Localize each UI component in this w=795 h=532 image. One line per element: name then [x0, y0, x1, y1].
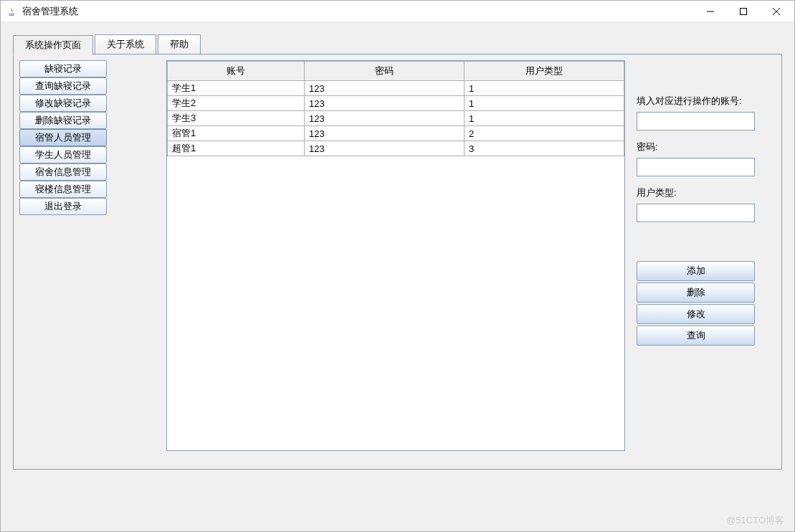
form-panel: 填入对应进行操作的账号: 密码: 用户类型: 添加 删除 修改 查询: [632, 60, 761, 463]
table-cell[interactable]: 1: [465, 111, 624, 126]
table-cell[interactable]: 学生1: [168, 81, 305, 96]
watermark: @51CTO博客: [726, 514, 784, 527]
sidebar-item-dorm-admin[interactable]: 宿管人员管理: [19, 129, 107, 146]
close-button[interactable]: [760, 1, 793, 22]
window-controls: [694, 1, 793, 22]
table-row[interactable]: 学生21231: [168, 96, 624, 111]
titlebar: 宿舍管理系统: [1, 1, 794, 22]
app-window: 宿舍管理系统 系统操作页面 关于系统 帮助 缺寝记录 查询缺寝记录 修改缺寝记录: [0, 0, 795, 532]
tabs-header: 系统操作页面 关于系统 帮助: [13, 34, 782, 54]
add-button[interactable]: 添加: [637, 261, 755, 281]
table-cell[interactable]: 学生2: [168, 96, 305, 111]
sidebar-item-delete-absence[interactable]: 删除缺寝记录: [19, 112, 107, 129]
table-row[interactable]: 学生11231: [168, 81, 624, 96]
sidebar-item-logout[interactable]: 退出登录: [19, 198, 107, 215]
sidebar-item-query-absence[interactable]: 查询缺寝记录: [19, 77, 107, 95]
maximize-button[interactable]: [727, 1, 760, 22]
col-password[interactable]: 密码: [305, 62, 465, 81]
table-cell[interactable]: 1: [465, 81, 624, 96]
password-label: 密码:: [637, 141, 761, 153]
form-actions: 添加 删除 修改 查询: [637, 261, 761, 346]
table-cell[interactable]: 123: [305, 111, 465, 126]
col-usertype[interactable]: 用户类型: [465, 62, 624, 81]
table-cell[interactable]: 123: [305, 141, 465, 156]
table-cell[interactable]: 2: [465, 126, 624, 141]
table-cell[interactable]: 3: [465, 141, 624, 156]
java-icon: [6, 6, 18, 17]
sidebar-item-absence[interactable]: 缺寝记录: [19, 60, 107, 77]
tab-help[interactable]: 帮助: [158, 34, 201, 54]
table-row[interactable]: 超管11233: [168, 141, 624, 156]
table-cell[interactable]: 123: [305, 126, 465, 141]
table-cell[interactable]: 123: [305, 96, 465, 111]
tab-panel: 缺寝记录 查询缺寝记录 修改缺寝记录 删除缺寝记录 宿管人员管理 学生人员管理 …: [13, 54, 782, 470]
modify-button[interactable]: 修改: [637, 304, 755, 324]
query-button[interactable]: 查询: [637, 326, 755, 346]
password-input[interactable]: [637, 158, 755, 176]
table-row[interactable]: 宿管11232: [168, 126, 624, 141]
tab-about[interactable]: 关于系统: [95, 34, 156, 54]
account-label: 填入对应进行操作的账号:: [637, 95, 761, 108]
minimize-button[interactable]: [694, 1, 727, 22]
table-cell[interactable]: 123: [305, 81, 465, 96]
sidebar: 缺寝记录 查询缺寝记录 修改缺寝记录 删除缺寝记录 宿管人员管理 学生人员管理 …: [19, 60, 107, 463]
table-cell[interactable]: 学生3: [168, 111, 305, 126]
table-cell[interactable]: 超管1: [168, 141, 305, 156]
sidebar-item-modify-absence[interactable]: 修改缺寝记录: [19, 95, 107, 112]
data-table[interactable]: 账号 密码 用户类型 学生11231学生21231学生31231宿管11232超…: [167, 61, 624, 156]
table-cell[interactable]: 1: [465, 96, 624, 111]
window-title: 宿舍管理系统: [22, 5, 694, 18]
usertype-input[interactable]: [637, 204, 755, 222]
sidebar-item-student-admin[interactable]: 学生人员管理: [19, 146, 107, 163]
svg-rect-1: [741, 8, 747, 14]
account-input[interactable]: [637, 112, 755, 130]
main-panel: 账号 密码 用户类型 学生11231学生21231学生31231宿管11232超…: [113, 60, 776, 463]
data-table-container: 账号 密码 用户类型 学生11231学生21231学生31231宿管11232超…: [166, 60, 625, 451]
delete-button[interactable]: 删除: [637, 282, 755, 303]
sidebar-item-building-info[interactable]: 寝楼信息管理: [19, 181, 107, 198]
table-row[interactable]: 学生31231: [168, 111, 624, 126]
client-area: 系统操作页面 关于系统 帮助 缺寝记录 查询缺寝记录 修改缺寝记录 删除缺寝记录…: [1, 22, 794, 531]
tab-system-operation[interactable]: 系统操作页面: [13, 35, 93, 55]
usertype-label: 用户类型:: [637, 186, 761, 199]
col-account[interactable]: 账号: [168, 62, 305, 81]
table-cell[interactable]: 宿管1: [168, 126, 305, 141]
sidebar-item-dorm-info[interactable]: 宿舍信息管理: [19, 163, 107, 181]
